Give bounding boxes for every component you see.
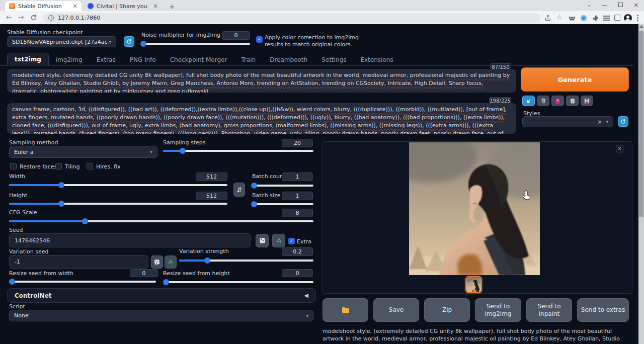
browser-menu-icon[interactable] bbox=[637, 15, 638, 21]
checkpoint-refresh-button[interactable] bbox=[124, 36, 134, 47]
slider-handle[interactable] bbox=[9, 279, 15, 285]
window-close-button[interactable]: × bbox=[633, 2, 639, 8]
gallery-close-button[interactable]: × bbox=[616, 145, 623, 152]
sampling-steps-slider[interactable] bbox=[163, 150, 313, 152]
back-icon[interactable]: ← bbox=[6, 14, 12, 21]
controlnet-accordion[interactable]: ControlNet ◀ bbox=[7, 288, 316, 303]
slider-handle[interactable] bbox=[140, 41, 146, 47]
save-style-button[interactable] bbox=[581, 96, 593, 106]
tab-close-icon[interactable]: × bbox=[153, 3, 158, 9]
slider-handle[interactable] bbox=[58, 201, 64, 207]
cfg-scale-slider[interactable] bbox=[9, 220, 313, 222]
resize-seed-height-value[interactable]: 0 bbox=[282, 269, 313, 277]
slider-handle[interactable] bbox=[180, 148, 186, 154]
swap-dimensions-button[interactable] bbox=[233, 183, 245, 197]
reload-icon[interactable] bbox=[30, 14, 37, 21]
profile-avatar[interactable] bbox=[624, 14, 632, 22]
tiling-checkbox[interactable] bbox=[55, 163, 62, 169]
side-panel-icon[interactable] bbox=[614, 15, 620, 21]
extensions-puzzle-icon[interactable] bbox=[592, 15, 599, 22]
noise-multiplier-value[interactable]: 0 bbox=[222, 31, 250, 40]
batch-size-value[interactable]: 1 bbox=[282, 192, 313, 200]
seed-input[interactable]: 1476462546 bbox=[9, 233, 251, 247]
restore-faces-checkbox[interactable] bbox=[10, 163, 17, 169]
variation-strength-slider[interactable] bbox=[179, 260, 313, 262]
slider-handle[interactable] bbox=[204, 257, 210, 264]
width-value[interactable]: 512 bbox=[196, 173, 227, 181]
sampling-steps-value[interactable]: 20 bbox=[282, 139, 313, 147]
random-variation-seed-button[interactable] bbox=[151, 255, 163, 269]
color-correction-checkbox[interactable]: ✓ bbox=[256, 36, 263, 43]
tab-close-icon[interactable]: × bbox=[72, 3, 77, 9]
tab-txt2img[interactable]: txt2img bbox=[7, 53, 49, 66]
resize-seed-width-slider[interactable] bbox=[9, 281, 156, 283]
send-to-extras-button[interactable]: Send to extras bbox=[577, 298, 629, 322]
negative-prompt-textarea[interactable]: canvas frame, cartoon, 3d, ((disfigured)… bbox=[7, 103, 516, 134]
checkpoint-dropdown[interactable]: SD15NewVAEpruned.ckpt [27a4ac756c] ▾ bbox=[7, 36, 116, 47]
batch-count-value[interactable]: 1 bbox=[282, 173, 313, 181]
save-button[interactable]: Save bbox=[373, 298, 419, 322]
generate-button[interactable]: Generate bbox=[521, 67, 629, 92]
height-slider[interactable] bbox=[9, 203, 227, 205]
tab-settings[interactable]: Settings bbox=[314, 54, 353, 66]
window-minimize-button[interactable] bbox=[602, 5, 607, 6]
slider-handle[interactable] bbox=[163, 279, 169, 285]
extra-seed-checkbox[interactable]: ✓ bbox=[288, 238, 295, 244]
tab-png-info[interactable]: PNG Info bbox=[123, 54, 163, 66]
extra-networks-button[interactable] bbox=[551, 96, 564, 106]
styles-dropdown[interactable]: × ▾ bbox=[522, 116, 613, 127]
new-tab-button[interactable]: + bbox=[169, 3, 175, 11]
script-dropdown[interactable]: None ▾ bbox=[9, 310, 313, 321]
width-slider[interactable] bbox=[9, 184, 227, 186]
apply-styles-button[interactable] bbox=[566, 96, 579, 106]
height-value[interactable]: 512 bbox=[196, 192, 227, 200]
slider-handle[interactable] bbox=[251, 201, 257, 207]
scrollbar-thumb[interactable] bbox=[639, 31, 643, 217]
prompt-textarea[interactable]: modelshoot style, (extremely detailed CG… bbox=[7, 69, 516, 93]
paste-parameters-button[interactable] bbox=[522, 96, 535, 106]
slider-handle[interactable] bbox=[82, 218, 88, 224]
random-seed-button[interactable] bbox=[256, 234, 269, 247]
hires-fix-checkbox[interactable] bbox=[87, 163, 93, 169]
tab-dreambooth[interactable]: Dreambooth bbox=[263, 54, 314, 66]
window-restore-button[interactable] bbox=[618, 3, 623, 7]
resize-seed-width-value[interactable]: 0 bbox=[130, 269, 158, 277]
browser-tab-civitai[interactable]: Civitai | Share your models × bbox=[84, 1, 162, 11]
gallery-thumbnail-selected[interactable] bbox=[465, 276, 482, 293]
sampling-method-dropdown[interactable]: Euler a ▾ bbox=[9, 146, 157, 158]
forward-icon[interactable]: → bbox=[18, 14, 24, 21]
open-folder-button[interactable] bbox=[323, 298, 368, 322]
reuse-variation-seed-button[interactable] bbox=[165, 255, 177, 269]
generated-image[interactable] bbox=[409, 142, 540, 275]
batch-count-slider[interactable] bbox=[252, 185, 313, 187]
send-to-img2img-button[interactable]: Send to img2img bbox=[475, 298, 521, 322]
scrollbar-up-arrow[interactable] bbox=[639, 25, 643, 28]
batch-size-slider[interactable] bbox=[252, 203, 313, 205]
bookmark-star-icon[interactable]: ☆ bbox=[556, 14, 562, 21]
zip-button[interactable]: Zip bbox=[424, 298, 470, 322]
reuse-seed-button[interactable] bbox=[272, 234, 285, 247]
share-icon[interactable] bbox=[544, 15, 551, 22]
slider-handle[interactable] bbox=[251, 183, 257, 189]
browser-tab-stable-diffusion[interactable]: Stable Diffusion × bbox=[5, 1, 82, 11]
tab-extras[interactable]: Extras bbox=[90, 54, 123, 66]
clear-prompt-button[interactable] bbox=[537, 96, 549, 106]
tab-train[interactable]: Train bbox=[234, 54, 263, 66]
site-info-icon[interactable]: i bbox=[48, 15, 54, 21]
tab-img2img[interactable]: img2img bbox=[49, 54, 90, 66]
variation-seed-input[interactable]: -1 bbox=[9, 255, 148, 269]
extension-dot-icon[interactable] bbox=[581, 15, 587, 21]
variation-strength-value[interactable]: 0.2 bbox=[282, 247, 313, 256]
noise-multiplier-slider[interactable] bbox=[141, 43, 250, 45]
tab-extensions[interactable]: Extensions bbox=[353, 54, 400, 66]
address-bar[interactable]: i 127.0.0.1:7860 bbox=[43, 13, 540, 23]
reading-list-icon[interactable] bbox=[603, 16, 610, 17]
styles-refresh-button[interactable] bbox=[618, 116, 628, 127]
tab-search-chevron-icon[interactable]: ⌄ bbox=[587, 2, 592, 8]
tab-checkpoint-merger[interactable]: Checkpoint Merger bbox=[163, 54, 234, 66]
cfg-scale-value[interactable]: 8 bbox=[282, 209, 313, 217]
extension-grid-icon[interactable] bbox=[569, 15, 576, 22]
slider-handle[interactable] bbox=[58, 182, 64, 188]
clear-selection-icon[interactable]: × bbox=[597, 119, 602, 125]
resize-seed-height-slider[interactable] bbox=[163, 281, 313, 283]
